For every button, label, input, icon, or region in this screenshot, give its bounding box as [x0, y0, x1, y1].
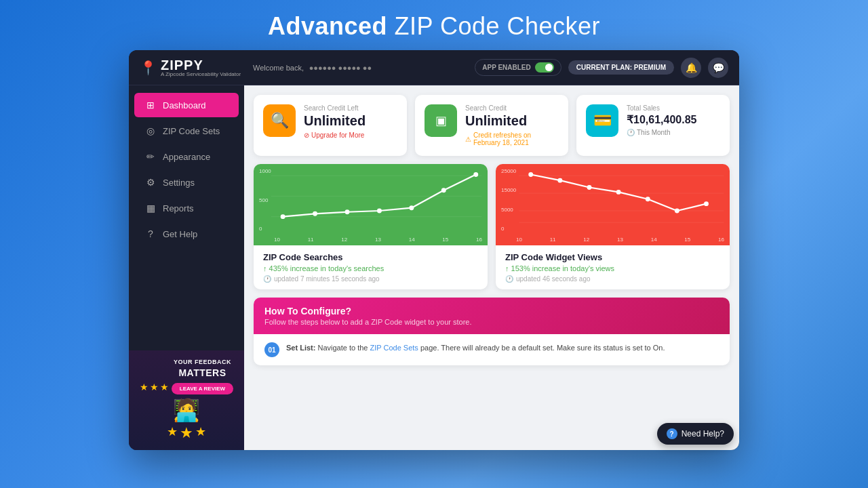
- sidebar-item-settings[interactable]: ⚙ Settings: [134, 170, 239, 195]
- zip-code-sets-link[interactable]: ZIP Code Sets: [370, 344, 418, 352]
- sidebar-item-dashboard[interactable]: ⊞ Dashboard: [134, 93, 239, 117]
- total-sales-icon: 💳: [586, 104, 618, 137]
- title-bold: Advanced: [268, 12, 387, 40]
- svg-point-7: [409, 205, 414, 210]
- app-window: 📍 ZIPPY A Zipcode Serviceability Validat…: [129, 50, 739, 450]
- configure-steps: 01 Set List: Navigate to the ZIP Code Se…: [254, 334, 730, 365]
- configure-card: How To Configure? Follow the steps below…: [254, 298, 730, 365]
- chart-title-views: ZIP Code Widget Views: [505, 252, 720, 262]
- search-credit-left-icon: 🔍: [263, 104, 296, 137]
- search-credit-left-sub: ⊘ Upgrade for More: [304, 131, 397, 139]
- stat-info-search-credit-left: Search Credit Left Unlimited ⊘ Upgrade f…: [304, 104, 397, 139]
- svg-point-17: [616, 190, 621, 195]
- logo-area: 📍 ZIPPY A Zipcode Serviceability Validat…: [140, 58, 245, 77]
- feedback-matters: MATTERS: [178, 367, 226, 378]
- chart-stat-views: ↑ 153% increase in today's views: [505, 264, 720, 272]
- svg-point-8: [441, 188, 446, 192]
- svg-point-3: [281, 214, 285, 219]
- feedback-person-icon: 🧑‍💻: [173, 397, 200, 423]
- logo-sub: A Zipcode Serviceability Validator: [161, 72, 241, 77]
- stat-card-search-credit-left: 🔍 Search Credit Left Unlimited ⊘ Upgrade…: [254, 95, 407, 156]
- stat-info-search-credit: Search Credit Unlimited ⚠ Credit refresh…: [465, 104, 559, 146]
- sidebar: ⊞ Dashboard ◎ ZIP Code Sets ✏ Appearance…: [129, 85, 244, 450]
- search-credit-icon: ▣: [425, 104, 457, 137]
- svg-point-9: [473, 172, 478, 177]
- configure-subtitle: Follow the steps below to add a ZIP Code…: [264, 318, 719, 326]
- search-credit-left-value: Unlimited: [304, 113, 397, 129]
- stat-card-search-credit: ▣ Search Credit Unlimited ⚠ Credit refre…: [415, 95, 568, 156]
- main-layout: ⊞ Dashboard ◎ ZIP Code Sets ✏ Appearance…: [129, 85, 739, 450]
- app-toggle[interactable]: [535, 62, 554, 73]
- get-help-icon: ?: [145, 228, 156, 239]
- total-sales-label: Total Sales: [627, 104, 720, 112]
- step-1-text: Set List: Navigate to the ZIP Code Sets …: [286, 342, 665, 354]
- configure-header: How To Configure? Follow the steps below…: [254, 298, 730, 334]
- chart-svg-views: [496, 164, 730, 235]
- svg-point-19: [675, 209, 679, 214]
- chart-stat-searches: ↑ 435% increase in today's searches: [263, 264, 478, 272]
- leave-review-button[interactable]: LEAVE A REVIEW: [172, 383, 233, 394]
- main-content: 🔍 Search Credit Left Unlimited ⊘ Upgrade…: [244, 85, 739, 450]
- logo-text-group: ZIPPY A Zipcode Serviceability Validator: [161, 58, 241, 77]
- top-controls: APP ENABLED CURRENT PLAN: PREMIUM 🔔 💬: [475, 58, 728, 78]
- need-help-label: Need Help?: [682, 429, 724, 439]
- stat-card-total-sales: 💳 Total Sales ₹10,61,400.85 🕐 This Month: [576, 95, 730, 156]
- svg-point-4: [313, 211, 317, 216]
- message-icon[interactable]: 💬: [708, 58, 728, 78]
- welcome-text: Welcome back, ●●●●●● ●●●●● ●●: [253, 62, 467, 73]
- page-header: Advanced ZIP Code Checker: [268, 0, 600, 50]
- sidebar-item-appearance[interactable]: ✏ Appearance: [134, 144, 239, 169]
- zip-code-sets-icon: ◎: [145, 125, 156, 136]
- total-sales-value: ₹10,61,400.85: [627, 113, 720, 126]
- svg-point-18: [646, 197, 650, 201]
- stat-info-total-sales: Total Sales ₹10,61,400.85 🕐 This Month: [627, 104, 720, 136]
- top-bar: 📍 ZIPPY A Zipcode Serviceability Validat…: [129, 50, 739, 85]
- title-normal: ZIP Code Checker: [387, 12, 600, 40]
- feedback-illustration: ★ ★ ★: [140, 382, 169, 394]
- svg-point-14: [528, 172, 533, 177]
- need-help-icon: ?: [667, 428, 677, 439]
- sidebar-item-zip-code-sets[interactable]: ◎ ZIP Code Sets: [134, 119, 239, 143]
- svg-point-5: [345, 209, 350, 214]
- chart-x-labels-views: 10 11 12 13 14 15 16: [516, 237, 724, 243]
- chart-updated-views: 🕐 updated 46 seconds ago: [505, 275, 720, 283]
- appearance-icon: ✏: [145, 151, 156, 162]
- stat-cards: 🔍 Search Credit Left Unlimited ⊘ Upgrade…: [254, 95, 730, 156]
- svg-point-15: [557, 178, 562, 183]
- search-credit-value: Unlimited: [465, 113, 559, 129]
- sidebar-item-get-help[interactable]: ? Get Help: [134, 222, 239, 246]
- charts-row: 1000 500 0: [254, 164, 730, 289]
- notification-icon[interactable]: 🔔: [681, 58, 701, 78]
- sidebar-label-appearance: Appearance: [163, 152, 210, 162]
- sidebar-label-dashboard: Dashboard: [163, 100, 206, 110]
- chart-title-searches: ZIP Code Searches: [263, 252, 478, 262]
- need-help-button[interactable]: ? Need Help?: [657, 423, 734, 445]
- sidebar-label-zip-code-sets: ZIP Code Sets: [163, 126, 220, 136]
- app-enabled-badge[interactable]: APP ENABLED: [475, 59, 561, 76]
- feedback-title: YOUR FEEDBACK MATTERS: [172, 359, 233, 379]
- reports-icon: ▦: [145, 203, 156, 214]
- search-credit-sub: ⚠ Credit refreshes on February 18, 2021: [465, 131, 559, 146]
- sidebar-item-reports[interactable]: ▦ Reports: [134, 196, 239, 220]
- chart-card-views: 25000 15000 5000 0: [496, 164, 730, 289]
- chart-updated-searches: 🕐 updated 7 minutes 15 seconds ago: [263, 275, 478, 283]
- chart-card-searches: 1000 500 0: [254, 164, 488, 289]
- chart-info-searches: ZIP Code Searches ↑ 435% increase in tod…: [254, 245, 488, 289]
- total-sales-sub: 🕐 This Month: [627, 129, 720, 136]
- svg-point-16: [587, 185, 592, 190]
- svg-point-20: [704, 201, 709, 206]
- chart-x-labels-searches: 10 11 12 13 14 15 16: [274, 237, 482, 243]
- chart-area-views: 25000 15000 5000 0: [496, 164, 730, 245]
- plan-badge: CURRENT PLAN: PREMIUM: [568, 60, 674, 75]
- sidebar-label-reports: Reports: [163, 203, 194, 214]
- chart-area-searches: 1000 500 0: [254, 164, 488, 245]
- feedback-text-group: YOUR FEEDBACK MATTERS LEAVE A REVIEW: [172, 359, 233, 394]
- search-credit-label: Search Credit: [465, 104, 559, 112]
- sidebar-label-get-help: Get Help: [163, 229, 197, 239]
- step-1-num: 01: [264, 342, 279, 357]
- svg-point-6: [377, 209, 382, 214]
- feedback-section: ★ ★ ★ YOUR FEEDBACK MATTERS LEAVE A REVI…: [129, 350, 244, 450]
- chart-info-views: ZIP Code Widget Views ↑ 153% increase in…: [496, 245, 730, 289]
- app-enabled-label: APP ENABLED: [482, 64, 531, 71]
- plan-value: PREMIUM: [634, 64, 666, 71]
